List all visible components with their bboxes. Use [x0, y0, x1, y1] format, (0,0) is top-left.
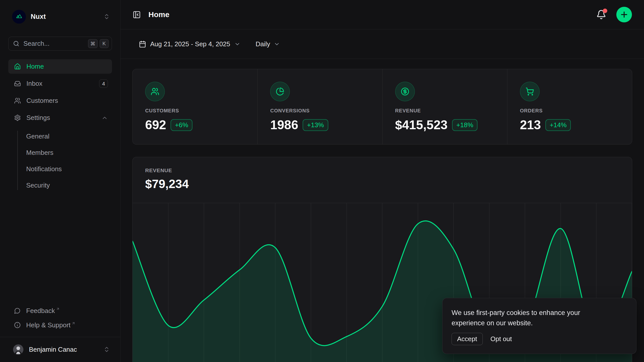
message-icon: [14, 307, 21, 314]
accept-button[interactable]: Accept: [452, 333, 483, 345]
sidebar-nav: Home Inbox 4 Customers: [8, 59, 112, 193]
sidebar-item-help-support[interactable]: Help & Support: [8, 318, 112, 332]
sidebar-item-settings[interactable]: Settings: [8, 111, 112, 125]
avatar: [13, 344, 23, 355]
stat-delta-badge: +13%: [303, 119, 328, 131]
stat-label: CONVERSIONS: [270, 108, 382, 114]
revenue-chart-total: $79,234: [145, 177, 632, 191]
notifications-button[interactable]: [596, 10, 606, 20]
sidebar-spacer: [8, 193, 112, 304]
stat-card-customers[interactable]: CUSTOMERS 692 +6%: [133, 69, 257, 144]
stat-label: REVENUE: [395, 108, 507, 114]
external-link-icon: [56, 307, 60, 311]
sidebar-item-inbox[interactable]: Inbox 4: [8, 76, 112, 91]
stat-label: ORDERS: [520, 108, 632, 114]
sidebar-item-notifications[interactable]: Notifications: [8, 162, 112, 176]
pie-chart-icon: [270, 82, 290, 101]
stat-card-revenue[interactable]: REVENUE $415,523 +18%: [382, 69, 507, 144]
kbd-cmd: ⌘: [88, 39, 98, 48]
page-title: Home: [148, 10, 169, 19]
user-menu[interactable]: Benjamin Canac: [8, 340, 112, 359]
sidebar-item-security[interactable]: Security: [8, 178, 112, 193]
stat-delta-badge: +14%: [545, 119, 571, 131]
sidebar-item-label: Home: [26, 63, 44, 70]
search-input[interactable]: Search... ⌘ K: [8, 37, 112, 51]
users-icon: [14, 97, 21, 104]
opt-out-button[interactable]: Opt out: [487, 333, 516, 345]
cart-icon: [520, 82, 540, 101]
chevron-down-icon: [234, 41, 240, 47]
chevrons-up-down-icon: [103, 13, 110, 20]
external-link-icon: [71, 321, 75, 325]
stat-label: CUSTOMERS: [145, 108, 257, 114]
stat-value: 1986: [270, 118, 298, 132]
add-button[interactable]: [616, 7, 632, 22]
dollar-circle-icon: [395, 82, 415, 101]
gear-icon: [14, 114, 21, 121]
stat-value: 213: [520, 118, 541, 132]
sidebar-item-general[interactable]: General: [8, 129, 112, 144]
info-icon: [14, 322, 21, 328]
cookie-banner: We use first-party cookies to enhance yo…: [442, 298, 636, 354]
search-shortcut: ⌘ K: [88, 39, 109, 48]
stat-value: $415,523: [395, 118, 448, 132]
notification-dot: [603, 9, 607, 13]
sidebar: Nuxt Search... ⌘ K Home: [0, 0, 120, 362]
date-range-picker[interactable]: Aug 21, 2025 - Sep 4, 2025: [133, 40, 240, 48]
sidebar-item-label: Customers: [26, 97, 58, 105]
granularity-select[interactable]: Daily: [256, 40, 280, 48]
stat-card-conversions[interactable]: CONVERSIONS 1986 +13%: [257, 69, 382, 144]
chevrons-up-down-icon: [103, 346, 110, 353]
collapse-sidebar-icon[interactable]: [133, 11, 141, 19]
users-icon: [145, 82, 165, 101]
revenue-chart-header: REVENUE $79,234: [133, 157, 632, 203]
date-range-value: Aug 21, 2025 - Sep 4, 2025: [150, 40, 230, 48]
search-placeholder: Search...: [23, 40, 50, 48]
inbox-count-badge: 4: [99, 79, 108, 88]
stat-delta-badge: +18%: [452, 119, 477, 131]
kbd-k: K: [100, 39, 109, 48]
search-icon: [13, 40, 19, 47]
inbox-icon: [14, 80, 21, 87]
stat-card-orders[interactable]: ORDERS 213 +14%: [507, 69, 632, 144]
plus-icon: [620, 10, 629, 19]
sidebar-item-home[interactable]: Home: [8, 59, 112, 74]
cookie-message: We use first-party cookies to enhance yo…: [452, 308, 602, 328]
workspace-selector[interactable]: Nuxt: [8, 10, 112, 24]
stat-value: 692: [145, 118, 166, 132]
stat-delta-badge: +6%: [171, 119, 192, 131]
workspace-name: Nuxt: [31, 13, 46, 21]
user-name: Benjamin Canac: [29, 346, 77, 353]
sidebar-item-feedback[interactable]: Feedback: [8, 304, 112, 318]
sidebar-item-label: Help & Support: [26, 321, 70, 329]
sidebar-item-label: Feedback: [26, 307, 55, 315]
revenue-chart-label: REVENUE: [145, 167, 632, 173]
calendar-icon: [139, 40, 146, 48]
sidebar-item-label: Settings: [26, 114, 50, 122]
sidebar-item-label: Inbox: [26, 80, 43, 87]
sidebar-item-customers[interactable]: Customers: [8, 94, 112, 108]
sidebar-item-members[interactable]: Members: [8, 146, 112, 160]
granularity-value: Daily: [256, 40, 270, 48]
chevron-down-icon: [274, 41, 280, 47]
top-header: Home: [120, 0, 644, 29]
nuxt-logo-icon: [12, 10, 26, 24]
settings-submenu: General Members Notifications Security: [8, 129, 112, 193]
sidebar-divider: [0, 337, 120, 337]
stats-row: CUSTOMERS 692 +6% CONVERSIONS 1986 +13%: [132, 69, 632, 145]
controls-row: Aug 21, 2025 - Sep 4, 2025 Daily: [120, 29, 644, 59]
home-icon: [14, 63, 21, 70]
chevron-up-icon: [101, 115, 108, 121]
